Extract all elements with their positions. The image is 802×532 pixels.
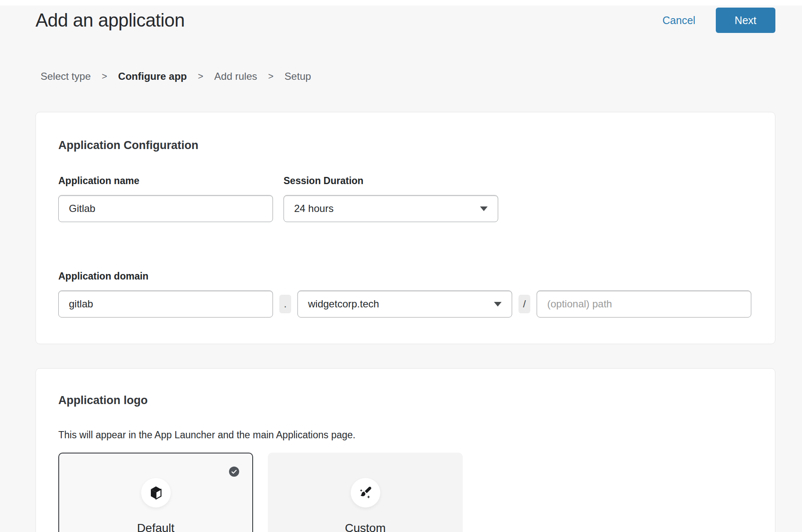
application-domain-row: . widgetcorp.tech / [58,290,753,318]
chevron-down-icon [480,206,488,211]
breadcrumb-step-add-rules[interactable]: Add rules [214,71,257,82]
session-duration-select[interactable]: 24 hours [284,195,498,222]
breadcrumb-step-select-type[interactable]: Select type [41,71,91,82]
logo-option-default[interactable]: Default [58,453,253,532]
breadcrumb-step-setup[interactable]: Setup [284,71,311,82]
domain-select[interactable]: widgetcorp.tech [297,290,512,318]
session-duration-selected-value: 24 hours [294,203,333,214]
chevron-down-icon [494,302,502,307]
path-input[interactable] [537,290,751,318]
breadcrumb: Select type > Configure app > Add rules … [35,71,775,82]
default-logo-circle [141,478,171,508]
logo-card-title: Application logo [58,394,753,407]
page-header: Add an application Cancel Next [35,7,775,33]
add-application-page: Add an application Cancel Next Select ty… [0,7,802,532]
application-domain-label: Application domain [58,271,753,281]
custom-logo-circle [351,478,380,508]
subdomain-input[interactable] [58,290,273,318]
header-actions: Cancel Next [663,8,775,33]
next-button[interactable]: Next [716,8,775,33]
breadcrumb-separator: > [102,71,107,82]
top-bar [0,0,802,5]
application-name-input[interactable] [58,195,273,222]
name-duration-labels: Application name Session Duration [58,176,753,186]
cancel-button[interactable]: Cancel [663,14,696,27]
logo-card-description: This will appear in the App Launcher and… [58,429,753,441]
application-logo-card: Application logo This will appear in the… [35,368,775,532]
session-duration-label: Session Duration [284,176,363,186]
breadcrumb-step-configure-app[interactable]: Configure app [118,71,187,82]
application-name-label: Application name [58,176,273,186]
selected-check-icon [229,467,239,477]
cube-icon [148,485,164,500]
logo-option-tiles: Default Custom [58,453,753,532]
breadcrumb-separator: > [198,71,203,82]
domain-slash-separator: / [518,295,530,313]
name-duration-inputs: 24 hours [58,195,753,222]
logo-option-label: Custom [345,522,385,532]
application-configuration-card: Application Configuration Application na… [35,112,775,344]
paintbrush-icon [358,485,373,500]
domain-selected-value: widgetcorp.tech [308,298,379,310]
logo-option-label: Default [137,522,175,532]
domain-dot-separator: . [279,295,291,313]
breadcrumb-separator: > [268,71,274,82]
logo-option-custom[interactable]: Custom [268,453,463,532]
configuration-card-title: Application Configuration [58,138,753,152]
page-title: Add an application [35,10,185,31]
